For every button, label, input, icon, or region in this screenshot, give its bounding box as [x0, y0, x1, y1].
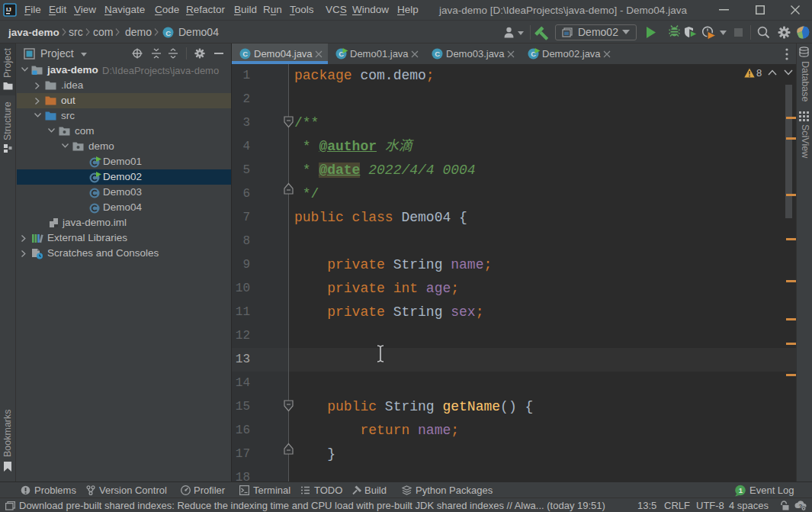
svg-text:C: C — [242, 50, 248, 58]
svg-text:C: C — [435, 50, 440, 58]
svg-text:IJ: IJ — [6, 6, 11, 13]
svg-text:1: 1 — [739, 486, 743, 494]
svg-text:C: C — [165, 29, 171, 37]
